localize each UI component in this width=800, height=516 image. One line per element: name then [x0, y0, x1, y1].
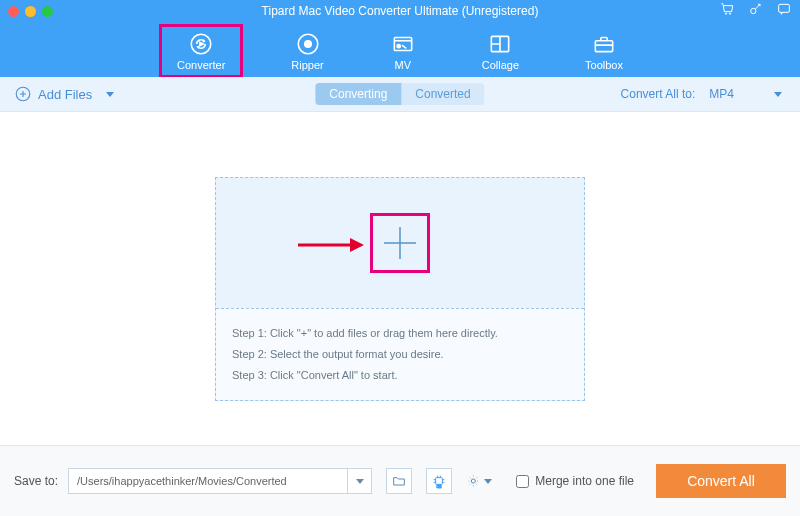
annotation-arrow-icon — [296, 233, 366, 257]
nav-label: Ripper — [291, 59, 323, 71]
step-text: Step 1: Click "+" to add files or drag t… — [232, 323, 568, 344]
minimize-window-button[interactable] — [25, 6, 36, 17]
save-path-field[interactable]: /Users/ihappyacethinker/Movies/Converted — [68, 468, 348, 494]
svg-point-19 — [471, 479, 475, 483]
svg-rect-17 — [436, 478, 443, 485]
add-files-plus-button[interactable] — [372, 215, 428, 271]
main-nav: Converter Ripper MV Collage Toolbox — [0, 22, 800, 77]
close-window-button[interactable] — [8, 6, 19, 17]
folder-icon — [391, 473, 407, 489]
chevron-down-icon — [774, 92, 782, 97]
format-value: MP4 — [709, 87, 734, 101]
mv-icon — [390, 31, 416, 57]
add-files-label: Add Files — [38, 87, 92, 102]
add-files-button[interactable]: Add Files — [14, 85, 114, 103]
chevron-down-icon — [484, 479, 492, 484]
convert-all-button[interactable]: Convert All — [656, 464, 786, 498]
key-icon[interactable] — [748, 1, 764, 21]
nav-toolbox[interactable]: Toolbox — [577, 28, 631, 74]
sub-toolbar: Add Files Converting Converted Convert A… — [0, 77, 800, 111]
tab-converting[interactable]: Converting — [315, 83, 401, 105]
ripper-icon — [295, 31, 321, 57]
cart-icon[interactable] — [720, 1, 736, 21]
gpu-accel-button[interactable]: ON — [426, 468, 452, 494]
convert-all-to-label: Convert All to: — [621, 87, 696, 101]
merge-label: Merge into one file — [535, 474, 634, 488]
toolbox-icon — [591, 31, 617, 57]
instruction-steps: Step 1: Click "+" to add files or drag t… — [216, 308, 584, 400]
window-controls — [8, 6, 53, 17]
workspace: Step 1: Click "+" to add files or drag t… — [0, 111, 800, 446]
nav-label: Toolbox — [585, 59, 623, 71]
chip-icon: ON — [431, 473, 447, 489]
dropzone[interactable]: Step 1: Click "+" to add files or drag t… — [215, 177, 585, 401]
save-to-label: Save to: — [14, 474, 58, 488]
svg-point-7 — [304, 40, 311, 47]
nav-label: Collage — [482, 59, 519, 71]
svg-rect-8 — [394, 37, 411, 50]
svg-point-0 — [725, 13, 726, 14]
dropzone-upper — [216, 178, 584, 308]
svg-rect-11 — [595, 40, 612, 51]
app-title: Tipard Mac Video Converter Ultimate (Unr… — [0, 4, 800, 18]
nav-converter[interactable]: Converter — [169, 28, 233, 74]
feedback-icon[interactable] — [776, 1, 792, 21]
convert-all-to: Convert All to: MP4 — [621, 85, 786, 103]
title-actions — [720, 1, 792, 21]
svg-point-1 — [729, 13, 730, 14]
collage-icon — [487, 31, 513, 57]
footer-bar: Save to: /Users/ihappyacethinker/Movies/… — [0, 446, 800, 516]
save-path-value: /Users/ihappyacethinker/Movies/Converted — [77, 475, 287, 487]
svg-point-9 — [397, 44, 400, 47]
gear-icon — [466, 473, 482, 489]
output-format-select[interactable]: MP4 — [705, 85, 786, 103]
annotation-highlight — [370, 213, 430, 273]
nav-mv[interactable]: MV — [382, 28, 424, 74]
nav-collage[interactable]: Collage — [474, 28, 527, 74]
svg-marker-14 — [350, 238, 364, 252]
merge-checkbox-wrap[interactable]: Merge into one file — [516, 474, 634, 488]
merge-checkbox[interactable] — [516, 475, 529, 488]
plus-circle-icon — [14, 85, 32, 103]
chevron-down-icon — [106, 92, 114, 97]
svg-point-2 — [751, 8, 756, 13]
tab-converted[interactable]: Converted — [401, 83, 484, 105]
nav-label: MV — [394, 59, 411, 71]
step-text: Step 3: Click "Convert All" to start. — [232, 365, 568, 386]
maximize-window-button[interactable] — [42, 6, 53, 17]
step-text: Step 2: Select the output format you des… — [232, 344, 568, 365]
annotation-highlight — [159, 24, 243, 78]
chevron-down-icon — [356, 479, 364, 484]
status-tabs: Converting Converted — [315, 83, 484, 105]
settings-button[interactable] — [466, 468, 492, 494]
open-folder-button[interactable] — [386, 468, 412, 494]
svg-text:ON: ON — [437, 485, 443, 489]
titlebar: Tipard Mac Video Converter Ultimate (Unr… — [0, 0, 800, 22]
save-path-dropdown[interactable] — [348, 468, 372, 494]
nav-ripper[interactable]: Ripper — [283, 28, 331, 74]
